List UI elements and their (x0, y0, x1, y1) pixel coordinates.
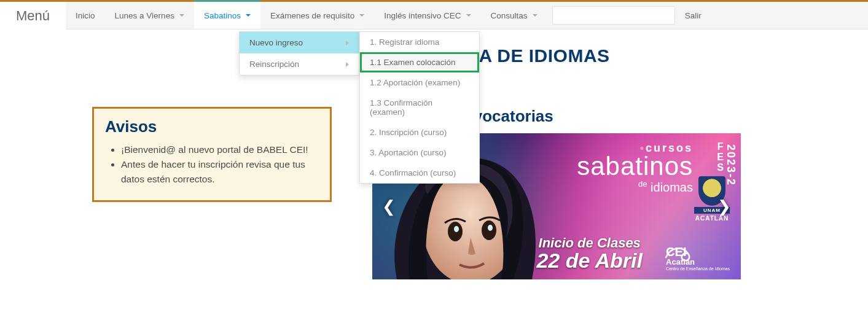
fes-f: F (717, 142, 724, 152)
dropdown-reinscripcion-label: Reinscripción (249, 60, 299, 69)
submenu-examen-colocacion[interactable]: 1.1 Examen colocación (360, 52, 479, 72)
nav-lunes-label: Lunes a Viernes (115, 11, 174, 20)
dropdown-nuevo-ingreso[interactable]: Nuevo ingreso (240, 32, 359, 53)
nav-inicio-label: Inicio (76, 11, 95, 20)
submenu-aportacion-examen[interactable]: 1.2 Aportación (examen) (360, 72, 479, 93)
nav-sabatinos-label: Sabatinos (204, 11, 241, 20)
carousel-prev[interactable]: ❮ (376, 191, 402, 222)
banner-year: 2023-2 (724, 144, 737, 186)
dropdown-sabatinos: Nuevo ingreso Reinscripción (239, 31, 359, 76)
main-nav: Inicio Lunes a Viernes Sabatinos Exámene… (66, 2, 868, 29)
nav-sabatinos[interactable]: Sabatinos (194, 1, 260, 29)
search-input[interactable] (552, 6, 675, 25)
fes-s: S (717, 163, 724, 173)
fes-e: E (717, 152, 724, 163)
caret-right-icon (346, 41, 349, 45)
caret-down-icon (246, 14, 251, 17)
caret-down-icon (466, 14, 471, 17)
nav-lunes-viernes[interactable]: Lunes a Viernes (105, 2, 194, 29)
submenu-nuevo-ingreso: 1. Registrar idioma 1.1 Examen colocació… (359, 31, 480, 184)
avisos-title: Avisos (105, 117, 319, 136)
brand-label: Menú (0, 2, 66, 29)
cei-text: CEI (666, 246, 730, 257)
submenu-confirmacion-curso[interactable]: 4. Confirmación (curso) (360, 163, 479, 183)
submenu-confirmacion-examen[interactable]: 1.3 Confirmación (examen) (360, 93, 479, 122)
banner-inicio-label: Inicio de Clases (536, 236, 643, 250)
fes-letters: F E S (717, 142, 724, 173)
avisos-panel: Avisos ¡Bienvenid@ al nuevo portal de BA… (92, 107, 332, 202)
svg-point-3 (454, 226, 459, 232)
cei-logo: CEI Acatlán Centro de Enseñanza de Idiom… (666, 246, 730, 271)
nav-ingles-label: Inglés intensivo CEC (384, 11, 461, 20)
nav-examenes-label: Exámenes de requisito (270, 11, 354, 20)
banner-start-block: Inicio de Clases 22 de Abril (536, 236, 643, 271)
banner-idiomas: de idiomas (577, 179, 693, 195)
submenu-aportacion-curso[interactable]: 3. Aportación (curso) (360, 142, 479, 163)
nav-salir[interactable]: Salir (675, 2, 711, 29)
caret-down-icon (533, 14, 538, 17)
svg-point-4 (488, 225, 493, 231)
dropdown-reinscripcion[interactable]: Reinscripción (240, 53, 359, 75)
dropdown-nuevo-ingreso-label: Nuevo ingreso (249, 38, 303, 47)
caret-down-icon (359, 14, 364, 17)
nav-ingles-cec[interactable]: Inglés intensivo CEC (374, 2, 480, 29)
submenu-registrar-idioma[interactable]: 1. Registrar idioma (360, 32, 479, 52)
cei-subtitle: Centro de Enseñanza de Idiomas (666, 267, 730, 271)
submenu-inscripcion-curso[interactable]: 2. Inscripción (curso) (360, 122, 479, 142)
aviso-item: Antes de hacer tu inscripción revisa que… (121, 157, 319, 187)
banner-sabatinos: sabatinos (577, 155, 693, 178)
carousel-next[interactable]: ❯ (711, 191, 737, 222)
caret-right-icon (346, 62, 349, 67)
banner-fecha: 22 de Abril (536, 250, 643, 271)
nav-examenes[interactable]: Exámenes de requisito (260, 2, 374, 29)
aviso-item: ¡Bienvenid@ al nuevo portal de BABEL CEI… (121, 142, 319, 157)
nav-salir-label: Salir (685, 11, 702, 20)
caret-down-icon (179, 14, 184, 17)
nav-consultas-label: Consultas (491, 11, 528, 20)
nav-inicio[interactable]: Inicio (66, 2, 105, 29)
nav-consultas[interactable]: Consultas (481, 2, 547, 29)
acatlan-text: Acatlán (666, 257, 730, 267)
